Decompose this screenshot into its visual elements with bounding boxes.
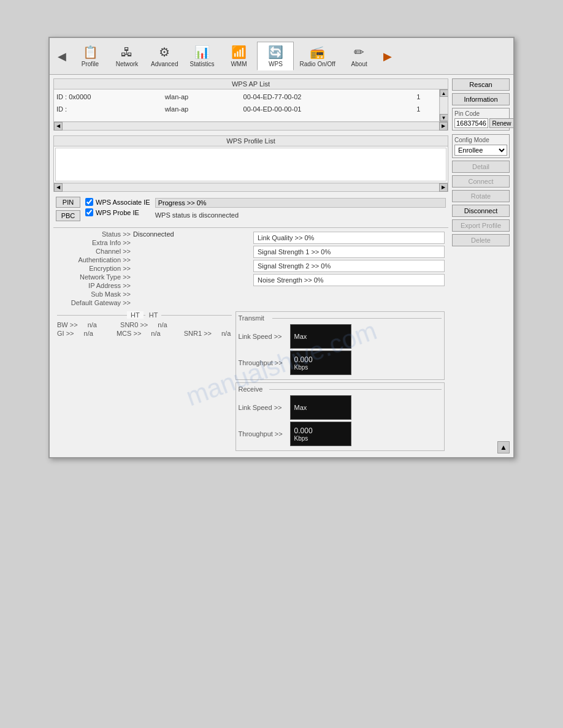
- config-mode-box: Config Mode Enrollee Registrar: [452, 134, 510, 158]
- profile-hscroll-right[interactable]: ▶: [439, 183, 448, 192]
- wps-associate-ie-checkbox[interactable]: [85, 198, 93, 206]
- wps-status-text: WPS status is disconnected: [155, 210, 446, 220]
- transmit-receive-section: Transmit Link Speed >> Max Throughput >>: [236, 311, 445, 451]
- tab-advanced[interactable]: ⚙ Advanced: [145, 42, 183, 70]
- information-button[interactable]: Information: [452, 93, 510, 105]
- ap-col4-1: 1: [414, 91, 438, 103]
- status-label-extra: Extra Info >>: [57, 239, 131, 246]
- detail-button[interactable]: Detail: [452, 161, 510, 173]
- status-label-gateway: Default Gateway >>: [57, 299, 131, 306]
- ht-gi-value: n/a: [84, 330, 93, 337]
- ap-list-table: ID : 0x0000 wlan-ap 00-04-ED-77-00-02 1 …: [54, 91, 438, 115]
- profile-hscroll-track: [63, 184, 439, 191]
- signal-strength-2-bar: Signal Strength 2 >> 0%: [253, 260, 445, 272]
- scroll-track: [440, 97, 448, 114]
- delete-button[interactable]: Delete: [452, 234, 510, 246]
- status-row-auth: Authentication >>: [57, 256, 248, 264]
- back-button[interactable]: ◀: [52, 47, 72, 66]
- ht-snr1-value: n/a: [221, 330, 231, 337]
- receive-link-speed-label: Link Speed >>: [239, 404, 288, 411]
- export-profile-button[interactable]: Export Profile: [452, 219, 510, 232]
- scroll-up-arrow[interactable]: ▲: [440, 89, 448, 97]
- wps-profile-list-title: WPS Profile List: [54, 136, 448, 146]
- profile-list-hscrollbar[interactable]: ◀ ▶: [54, 183, 448, 191]
- wps-probe-ie-row: WPS Probe IE: [85, 208, 150, 216]
- radio-icon: 📻: [310, 45, 325, 59]
- rescan-button[interactable]: Rescan: [452, 78, 510, 91]
- wmm-icon: 📶: [231, 45, 247, 59]
- tab-network-label: Network: [116, 61, 139, 67]
- pin-code-title: Pin Code: [454, 110, 507, 117]
- table-row[interactable]: ID : 0x0000 wlan-ap 00-04-ED-77-00-02 1: [54, 91, 438, 103]
- status-row-extra-info: Extra Info >>: [57, 239, 248, 246]
- hscroll-left-arrow[interactable]: ◀: [54, 122, 63, 131]
- tab-profile-label: Profile: [82, 61, 99, 67]
- ht-bw-label: BW >>: [57, 321, 78, 328]
- status-row-enc: Encryption >>: [57, 265, 248, 272]
- advanced-icon: ⚙: [159, 45, 170, 59]
- ht-title: HT HT: [57, 311, 232, 319]
- hscroll-track: [63, 123, 439, 130]
- status-row-submask: Sub Mask >>: [57, 290, 248, 298]
- wps-icon: 🔄: [268, 45, 283, 59]
- ht-bw-value: n/a: [88, 321, 97, 328]
- ap-ssid-1: wlan-ap: [163, 91, 241, 103]
- pin-code-row: Renew: [454, 118, 507, 128]
- status-row-status: Status >> Disconnected: [57, 230, 248, 238]
- scroll-up-button[interactable]: ▲: [497, 441, 510, 453]
- pbc-button[interactable]: PBC: [56, 210, 80, 221]
- scroll-down-arrow[interactable]: ▼: [440, 114, 448, 121]
- connect-button[interactable]: Connect: [452, 175, 510, 188]
- status-section: Status >> Disconnected Extra Info >> Cha…: [53, 227, 448, 306]
- pin-code-input[interactable]: [454, 118, 488, 128]
- tab-about[interactable]: ✏ About: [341, 42, 378, 70]
- profile-list-area: [55, 148, 446, 181]
- pin-button[interactable]: PIN: [56, 197, 80, 208]
- ht-mcs-label: MCS >>: [117, 330, 141, 337]
- disconnect-button[interactable]: Disconnect: [452, 205, 510, 217]
- link-quality-bar: Link Quality >> 0%: [253, 232, 445, 244]
- status-label-nettype: Network Type >>: [57, 273, 131, 281]
- status-label-auth: Authentication >>: [57, 256, 131, 264]
- ap-list-hscrollbar[interactable]: ◀ ▶: [54, 121, 448, 130]
- ap-ssid-2: wlan-ap: [163, 103, 241, 115]
- tab-profile[interactable]: 📋 Profile: [72, 42, 109, 70]
- config-mode-select[interactable]: Enrollee Registrar: [454, 145, 507, 156]
- receive-throughput-label: Throughput >>: [239, 430, 288, 438]
- ap-mac-2: 00-04-ED-00-00-01: [241, 103, 415, 115]
- profile-hscroll-left[interactable]: ◀: [54, 183, 63, 192]
- transmit-throughput-row: Throughput >> 0.000 Kbps: [239, 351, 442, 375]
- renew-button[interactable]: Renew: [489, 118, 514, 128]
- hscroll-right-arrow[interactable]: ▶: [439, 122, 448, 131]
- ap-list-vscrollbar[interactable]: ▲ ▼: [439, 89, 448, 121]
- tab-wmm[interactable]: 📶 WMM: [220, 42, 257, 70]
- status-row-ip: IP Address >>: [57, 282, 248, 289]
- tab-radio[interactable]: 📻 Radio On/Off: [294, 42, 340, 70]
- ht-mcs-value: n/a: [151, 330, 160, 337]
- transmit-group: Transmit Link Speed >> Max Throughput >>: [236, 311, 445, 380]
- rotate-button[interactable]: Rotate: [452, 190, 510, 202]
- transmit-throughput-label: Throughput >>: [239, 359, 288, 366]
- right-panel: Rescan Information Pin Code Renew Config…: [448, 78, 510, 453]
- profile-icon: 📋: [83, 45, 98, 59]
- transmit-link-speed-row: Link Speed >> Max: [239, 324, 442, 349]
- receive-throughput-display: 0.000 Kbps: [290, 422, 351, 446]
- receive-title: Receive: [239, 385, 442, 393]
- tab-statistics[interactable]: 📊 Statistics: [183, 42, 220, 70]
- forward-button[interactable]: ▶: [378, 47, 397, 66]
- tab-network[interactable]: 🖧 Network: [109, 42, 145, 70]
- table-row[interactable]: ID : wlan-ap 00-04-ED-00-00-01 1: [54, 103, 438, 115]
- tab-radio-label: Radio On/Off: [299, 61, 335, 67]
- ap-mac-1: 00-04-ED-77-00-02: [241, 91, 415, 103]
- status-label-channel: Channel >>: [57, 248, 131, 255]
- wps-probe-ie-checkbox[interactable]: [85, 208, 93, 216]
- tab-wps[interactable]: 🔄 WPS: [257, 42, 294, 70]
- transmit-link-speed-label: Link Speed >>: [239, 333, 288, 340]
- status-label-submask: Sub Mask >>: [57, 290, 131, 298]
- transmit-title: Transmit: [239, 314, 442, 322]
- statistics-icon: 📊: [194, 45, 210, 59]
- ap-col4-2: 1: [414, 103, 438, 115]
- receive-link-speed-display: Max: [290, 395, 351, 420]
- ht-transmit-receive-section: HT HT BW >> n/a SNR0 >> n/a: [53, 309, 448, 453]
- status-label-enc: Encryption >>: [57, 265, 131, 272]
